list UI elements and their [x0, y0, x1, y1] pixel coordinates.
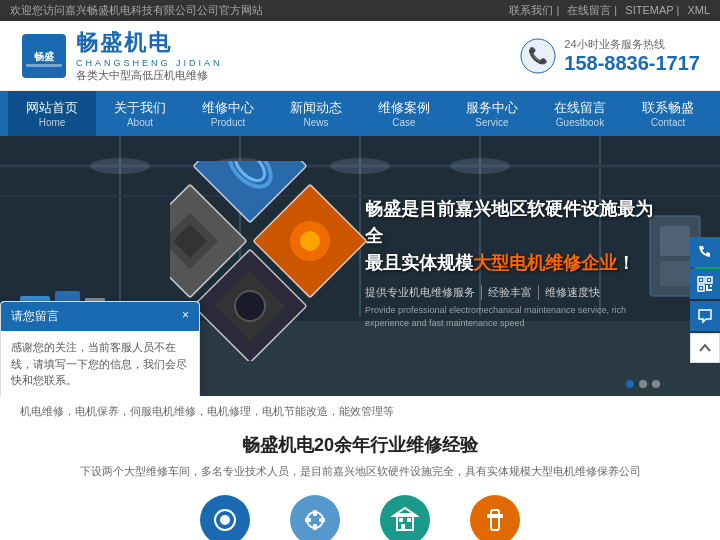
svg-rect-60 [706, 285, 708, 291]
nav-product[interactable]: 维修中心 Product [184, 91, 272, 136]
top-bar: 欢迎您访问嘉兴畅盛机电科技有限公司公司官方网站 联系我们 | 在线留言 | SI… [0, 0, 720, 21]
diamond-grid [170, 161, 390, 364]
hotline-text: 24小时业务服务热线 158-8836-1717 [564, 37, 700, 75]
nav-about[interactable]: 关于我们 About [96, 91, 184, 136]
svg-point-17 [450, 158, 510, 174]
section-title: 畅盛机电20余年行业维修经验 [20, 433, 700, 457]
svg-rect-45 [305, 518, 311, 522]
arrow-up-icon [698, 341, 712, 355]
svg-rect-57 [708, 279, 710, 281]
hotline-number: 158-8836-1717 [564, 52, 700, 75]
svg-point-41 [220, 515, 230, 525]
nav-product-en: Product [202, 117, 254, 128]
content-section: 畅盛机电20余年行业维修经验 下设两个大型维修车间，多名专业技术人员，是目前嘉兴… [20, 425, 700, 489]
svg-rect-46 [319, 518, 325, 522]
svg-point-14 [90, 158, 150, 174]
side-top-button[interactable] [690, 333, 720, 363]
banner-title: 畅盛是目前嘉兴地区软硬件设施最为全 最且实体规模大型电机维修企业！ [365, 196, 665, 277]
banner-title-line2: 最且实体规模大型电机维修企业！ [365, 253, 635, 273]
qr-side-icon [697, 276, 713, 292]
chat-title: 请您留言 [11, 308, 59, 325]
svg-rect-55 [700, 279, 702, 281]
banner-text-area: 畅盛是目前嘉兴地区软硬件设施最为全 最且实体规模大型电机维修企业！ 提供专业机电… [365, 196, 665, 329]
icon-item-1 [200, 495, 250, 540]
banner-sub3: 维修速度快 [545, 285, 606, 300]
nav-home[interactable]: 网站首页 Home [8, 91, 96, 136]
content-area: 机电维修，电机保养，伺服电机维修，电机修理，电机节能改造，能效管理等 畅盛机电2… [0, 396, 720, 540]
dot-2[interactable] [639, 380, 647, 388]
svg-rect-61 [710, 285, 712, 287]
nav-service[interactable]: 服务中心 Service [448, 91, 536, 136]
icon-item-3 [380, 495, 430, 540]
phone-side-icon [697, 244, 713, 260]
header: 畅盛 畅盛机电 CHANGSHENG JIDIAN 各类大中型高低压机电维修 📞… [0, 21, 720, 91]
nav-home-en: Home [26, 117, 78, 128]
svg-rect-50 [407, 518, 411, 522]
nav-guestbook[interactable]: 在线留言 Guestbook [536, 91, 624, 136]
chat-close-icon[interactable]: × [182, 308, 189, 325]
svg-rect-53 [487, 514, 503, 518]
chat-popup-body: 感谢您的关注，当前客服人员不在线，请填写一下您的信息，我们会尽快和您联系。 [1, 331, 199, 396]
nav-news-en: News [290, 117, 342, 128]
logo-icon: 畅盛 [20, 32, 68, 80]
wrench-icon [481, 506, 509, 534]
icon-row [20, 495, 700, 540]
nav-product-zh: 维修中心 [202, 99, 254, 117]
side-qr-button[interactable] [690, 269, 720, 299]
side-phone-button[interactable] [690, 237, 720, 267]
nav-news-zh: 新闻动态 [290, 99, 342, 117]
side-buttons [690, 237, 720, 363]
icon-item-2 [290, 495, 340, 540]
icon-circle-1 [200, 495, 250, 540]
banner-sub1: 提供专业机电维修服务 [365, 285, 482, 300]
nav-guestbook-en: Guestbook [554, 117, 606, 128]
dot-1[interactable] [626, 380, 634, 388]
nav-case-en: Case [378, 117, 430, 128]
dot-3[interactable] [652, 380, 660, 388]
icon-circle-3 [380, 495, 430, 540]
banner-dots [626, 380, 660, 388]
nav-contact-zh: 联系畅盛 [642, 99, 694, 117]
nav-about-zh: 关于我们 [114, 99, 166, 117]
icon-item-4 [470, 495, 520, 540]
welcome-text: 欢迎您访问嘉兴畅盛机电科技有限公司公司官方网站 [10, 3, 263, 18]
svg-text:📞: 📞 [528, 46, 548, 65]
section-desc: 下设两个大型维修车间，多名专业技术人员，是目前嘉兴地区软硬件设施完全，具有实体规… [60, 463, 660, 481]
icon-circle-4 [470, 495, 520, 540]
chat-popup-header: 请您留言 × [1, 302, 199, 331]
logo-tagline: 各类大中型高低压机电维修 [76, 68, 223, 83]
gear-icon [301, 506, 329, 534]
svg-rect-59 [700, 287, 702, 289]
hotline-area: 📞 24小时业务服务热线 158-8836-1717 [520, 37, 700, 75]
phone-icon: 📞 [520, 38, 556, 74]
chat-side-icon [697, 308, 713, 324]
logo-area: 畅盛 畅盛机电 CHANGSHENG JIDIAN 各类大中型高低压机电维修 [20, 28, 223, 83]
nav-service-en: Service [466, 117, 518, 128]
svg-rect-43 [313, 510, 317, 516]
nav-contact[interactable]: 联系畅盛 Contact [624, 91, 712, 136]
navbar: 网站首页 Home 关于我们 About 维修中心 Product 新闻动态 N… [0, 91, 720, 136]
nav-service-zh: 服务中心 [466, 99, 518, 117]
nav-contact-en: Contact [642, 117, 694, 128]
banner: 畅盛是目前嘉兴地区软硬件设施最为全 最且实体规模大型电机维修企业！ 提供专业机电… [0, 136, 720, 396]
top-links: 联系我们 | 在线留言 | SITEMAP | XML [504, 3, 710, 18]
guestbook-link[interactable]: 在线留言 [567, 4, 611, 16]
svg-rect-52 [491, 510, 499, 530]
banner-sub2: 经验丰富 [488, 285, 539, 300]
svg-rect-2 [26, 64, 62, 67]
sitemap-link[interactable]: SITEMAP [625, 4, 673, 16]
xml-link[interactable]: XML [687, 4, 710, 16]
svg-rect-49 [399, 518, 403, 522]
nav-news[interactable]: 新闻动态 News [272, 91, 360, 136]
nav-case[interactable]: 维修案例 Case [360, 91, 448, 136]
svg-rect-48 [401, 524, 405, 530]
svg-rect-62 [708, 289, 712, 291]
side-chat-button[interactable] [690, 301, 720, 331]
building-icon [391, 506, 419, 534]
svg-rect-44 [313, 524, 317, 530]
content-tags: 机电维修，电机保养，伺服电机维修，电机修理，电机节能改造，能效管理等 [20, 404, 700, 419]
contact-link[interactable]: 联系我们 [509, 4, 553, 16]
banner-title-line1: 畅盛是目前嘉兴地区软硬件设施最为全 [365, 199, 653, 246]
nav-home-zh: 网站首页 [26, 99, 78, 117]
banner-subtitle: 提供专业机电维修服务 经验丰富 维修速度快 [365, 285, 665, 300]
